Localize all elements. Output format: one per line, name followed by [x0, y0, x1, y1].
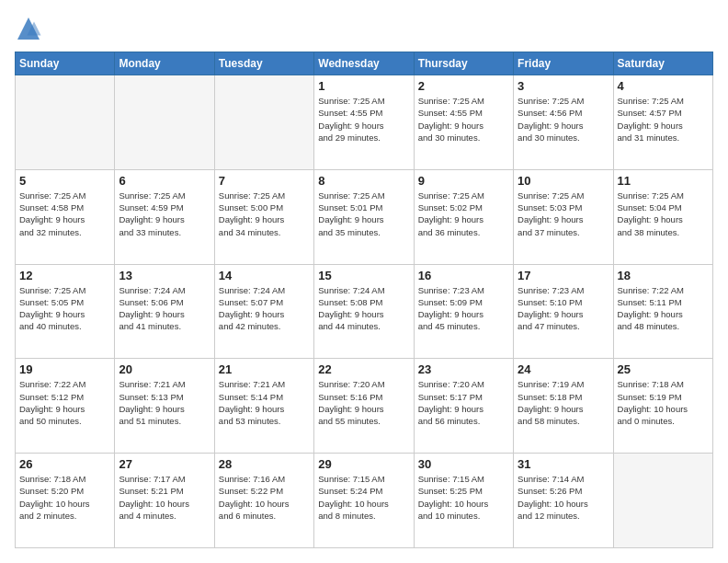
calendar-cell: 24Sunrise: 7:19 AM Sunset: 5:18 PM Dayli… — [514, 359, 613, 454]
cell-details: Sunrise: 7:25 AM Sunset: 5:01 PM Dayligh… — [318, 190, 409, 238]
cell-details: Sunrise: 7:21 AM Sunset: 5:14 PM Dayligh… — [219, 378, 310, 427]
cell-details: Sunrise: 7:25 AM Sunset: 5:04 PM Dayligh… — [618, 190, 709, 238]
day-header-monday: Monday — [115, 52, 214, 75]
day-header-saturday: Saturday — [613, 52, 712, 75]
calendar-cell: 3Sunrise: 7:25 AM Sunset: 4:56 PM Daylig… — [514, 75, 613, 170]
day-number: 25 — [618, 362, 709, 376]
cell-details: Sunrise: 7:25 AM Sunset: 4:59 PM Dayligh… — [119, 190, 210, 238]
calendar-cell — [16, 75, 115, 170]
calendar-cell: 19Sunrise: 7:22 AM Sunset: 5:12 PM Dayli… — [16, 359, 115, 454]
day-number: 14 — [219, 269, 310, 282]
calendar-cell: 18Sunrise: 7:22 AM Sunset: 5:11 PM Dayli… — [613, 264, 712, 359]
day-number: 30 — [418, 457, 509, 471]
day-number: 31 — [518, 457, 609, 471]
calendar-cell: 26Sunrise: 7:18 AM Sunset: 5:20 PM Dayli… — [16, 454, 115, 548]
cell-details: Sunrise: 7:23 AM Sunset: 5:10 PM Dayligh… — [518, 284, 609, 333]
calendar-table: SundayMondayTuesdayWednesdayThursdayFrid… — [15, 52, 713, 548]
cell-details: Sunrise: 7:24 AM Sunset: 5:06 PM Dayligh… — [119, 284, 210, 333]
cell-details: Sunrise: 7:18 AM Sunset: 5:19 PM Dayligh… — [618, 378, 709, 427]
day-number: 21 — [219, 362, 310, 376]
day-number: 17 — [518, 269, 609, 282]
calendar-cell: 9Sunrise: 7:25 AM Sunset: 5:02 PM Daylig… — [414, 169, 513, 264]
cell-details: Sunrise: 7:23 AM Sunset: 5:09 PM Dayligh… — [418, 284, 509, 333]
calendar-cell: 1Sunrise: 7:25 AM Sunset: 4:55 PM Daylig… — [314, 75, 414, 170]
cell-details: Sunrise: 7:15 AM Sunset: 5:24 PM Dayligh… — [318, 473, 409, 522]
calendar-cell: 16Sunrise: 7:23 AM Sunset: 5:09 PM Dayli… — [414, 264, 513, 359]
day-number: 20 — [119, 362, 210, 376]
calendar-cell: 2Sunrise: 7:25 AM Sunset: 4:55 PM Daylig… — [414, 75, 513, 170]
week-row-1: 1Sunrise: 7:25 AM Sunset: 4:55 PM Daylig… — [16, 75, 713, 170]
calendar-cell: 17Sunrise: 7:23 AM Sunset: 5:10 PM Dayli… — [514, 264, 613, 359]
calendar-header-row: SundayMondayTuesdayWednesdayThursdayFrid… — [16, 52, 713, 75]
calendar-cell: 5Sunrise: 7:25 AM Sunset: 4:58 PM Daylig… — [16, 169, 115, 264]
day-number: 13 — [119, 269, 210, 282]
day-number: 3 — [518, 79, 609, 93]
week-row-4: 19Sunrise: 7:22 AM Sunset: 5:12 PM Dayli… — [16, 359, 713, 454]
calendar-cell — [613, 454, 712, 548]
day-number: 27 — [119, 457, 210, 471]
day-number: 9 — [418, 174, 509, 188]
cell-details: Sunrise: 7:20 AM Sunset: 5:17 PM Dayligh… — [418, 378, 509, 427]
day-number: 8 — [318, 174, 409, 188]
cell-details: Sunrise: 7:21 AM Sunset: 5:13 PM Dayligh… — [119, 378, 210, 427]
cell-details: Sunrise: 7:25 AM Sunset: 4:56 PM Dayligh… — [518, 95, 609, 144]
day-number: 12 — [19, 269, 110, 282]
calendar-cell: 15Sunrise: 7:24 AM Sunset: 5:08 PM Dayli… — [314, 264, 414, 359]
cell-details: Sunrise: 7:25 AM Sunset: 4:57 PM Dayligh… — [618, 95, 709, 144]
day-number: 23 — [418, 362, 509, 376]
day-header-tuesday: Tuesday — [214, 52, 313, 75]
calendar-cell: 22Sunrise: 7:20 AM Sunset: 5:16 PM Dayli… — [314, 359, 414, 454]
page: SundayMondayTuesdayWednesdayThursdayFrid… — [0, 0, 728, 563]
calendar-cell: 23Sunrise: 7:20 AM Sunset: 5:17 PM Dayli… — [414, 359, 513, 454]
day-number: 10 — [518, 174, 609, 188]
day-header-sunday: Sunday — [16, 52, 115, 75]
day-number: 5 — [19, 174, 110, 188]
day-number: 2 — [418, 79, 509, 93]
cell-details: Sunrise: 7:14 AM Sunset: 5:26 PM Dayligh… — [518, 473, 609, 522]
calendar-cell: 14Sunrise: 7:24 AM Sunset: 5:07 PM Dayli… — [214, 264, 313, 359]
cell-details: Sunrise: 7:24 AM Sunset: 5:07 PM Dayligh… — [219, 284, 310, 333]
day-number: 4 — [618, 79, 709, 93]
calendar-cell — [115, 75, 214, 170]
day-number: 22 — [318, 362, 409, 376]
calendar-cell: 29Sunrise: 7:15 AM Sunset: 5:24 PM Dayli… — [314, 454, 414, 548]
cell-details: Sunrise: 7:18 AM Sunset: 5:20 PM Dayligh… — [19, 473, 110, 522]
cell-details: Sunrise: 7:25 AM Sunset: 5:00 PM Dayligh… — [219, 190, 310, 238]
day-number: 26 — [19, 457, 110, 471]
header — [15, 15, 713, 42]
day-number: 11 — [618, 174, 709, 188]
week-row-5: 26Sunrise: 7:18 AM Sunset: 5:20 PM Dayli… — [16, 454, 713, 548]
day-number: 24 — [518, 362, 609, 376]
logo-icon — [15, 15, 42, 42]
cell-details: Sunrise: 7:20 AM Sunset: 5:16 PM Dayligh… — [318, 378, 409, 427]
calendar-cell: 4Sunrise: 7:25 AM Sunset: 4:57 PM Daylig… — [613, 75, 712, 170]
calendar-cell — [214, 75, 313, 170]
day-number: 1 — [318, 79, 409, 93]
day-number: 18 — [618, 269, 709, 282]
day-header-friday: Friday — [514, 52, 613, 75]
cell-details: Sunrise: 7:22 AM Sunset: 5:11 PM Dayligh… — [618, 284, 709, 333]
cell-details: Sunrise: 7:25 AM Sunset: 5:03 PM Dayligh… — [518, 190, 609, 238]
cell-details: Sunrise: 7:17 AM Sunset: 5:21 PM Dayligh… — [119, 473, 210, 522]
cell-details: Sunrise: 7:19 AM Sunset: 5:18 PM Dayligh… — [518, 378, 609, 427]
cell-details: Sunrise: 7:22 AM Sunset: 5:12 PM Dayligh… — [19, 378, 110, 427]
calendar-cell: 13Sunrise: 7:24 AM Sunset: 5:06 PM Dayli… — [115, 264, 214, 359]
week-row-2: 5Sunrise: 7:25 AM Sunset: 4:58 PM Daylig… — [16, 169, 713, 264]
day-number: 7 — [219, 174, 310, 188]
day-number: 28 — [219, 457, 310, 471]
day-number: 6 — [119, 174, 210, 188]
cell-details: Sunrise: 7:25 AM Sunset: 4:55 PM Dayligh… — [318, 95, 409, 144]
cell-details: Sunrise: 7:25 AM Sunset: 4:58 PM Dayligh… — [19, 190, 110, 238]
calendar-cell: 11Sunrise: 7:25 AM Sunset: 5:04 PM Dayli… — [613, 169, 712, 264]
cell-details: Sunrise: 7:15 AM Sunset: 5:25 PM Dayligh… — [418, 473, 509, 522]
calendar-cell: 8Sunrise: 7:25 AM Sunset: 5:01 PM Daylig… — [314, 169, 414, 264]
calendar-cell: 30Sunrise: 7:15 AM Sunset: 5:25 PM Dayli… — [414, 454, 513, 548]
day-number: 19 — [19, 362, 110, 376]
day-number: 15 — [318, 269, 409, 282]
calendar-cell: 20Sunrise: 7:21 AM Sunset: 5:13 PM Dayli… — [115, 359, 214, 454]
calendar-cell: 25Sunrise: 7:18 AM Sunset: 5:19 PM Dayli… — [613, 359, 712, 454]
cell-details: Sunrise: 7:24 AM Sunset: 5:08 PM Dayligh… — [318, 284, 409, 333]
day-header-wednesday: Wednesday — [314, 52, 414, 75]
calendar-cell: 10Sunrise: 7:25 AM Sunset: 5:03 PM Dayli… — [514, 169, 613, 264]
calendar-cell: 6Sunrise: 7:25 AM Sunset: 4:59 PM Daylig… — [115, 169, 214, 264]
